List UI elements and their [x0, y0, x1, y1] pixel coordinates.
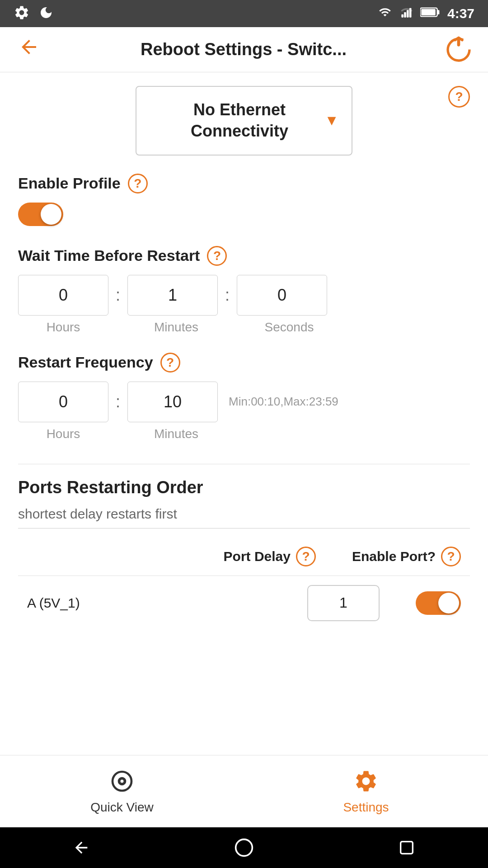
time-separator-2: :: [218, 286, 237, 305]
quick-view-label: Quick View: [90, 800, 154, 815]
svg-point-11: [121, 779, 124, 783]
port-delay-input[interactable]: 1: [307, 585, 380, 621]
main-content: No Ethernet Connectivity ▼ ? Enable Prof…: [0, 72, 488, 755]
time-separator-1: :: [108, 286, 127, 305]
svg-rect-3: [409, 8, 412, 17]
android-home-button[interactable]: [233, 836, 255, 859]
table-header: Port Delay ? Enable Port? ?: [18, 547, 470, 566]
settings-label: Settings: [343, 800, 389, 815]
port-delay-header: Port Delay ?: [224, 547, 316, 566]
port-toggle-knob: [438, 593, 459, 613]
back-button[interactable]: [14, 32, 44, 67]
enable-profile-toggle-row: [18, 203, 470, 228]
wait-hours-input[interactable]: 0: [18, 275, 108, 316]
toggle-knob: [41, 204, 61, 225]
freq-hint: Min:00:10,Max:23:59: [229, 395, 338, 409]
freq-minutes-label: Minutes: [131, 427, 221, 441]
ethernet-dropdown[interactable]: No Ethernet Connectivity ▼: [136, 86, 352, 156]
enable-port-header: Enable Port? ?: [352, 547, 461, 566]
quick-view-icon: [109, 769, 135, 796]
time-display: 4:37: [447, 6, 474, 21]
restart-freq-fields: 0 : 10 Min:00:10,Max:23:59: [18, 382, 470, 422]
wait-time-label-row: Wait Time Before Restart ?: [18, 246, 470, 266]
svg-rect-6: [437, 10, 440, 14]
settings-icon: [353, 769, 379, 796]
restart-freq-label: Restart Frequency: [18, 354, 153, 371]
app-bar: Reboot Settings - Switc...: [0, 27, 488, 72]
svg-point-12: [236, 840, 253, 856]
restart-freq-help-icon[interactable]: ?: [160, 353, 180, 373]
android-nav-bar: [0, 827, 488, 868]
wait-minutes-label: Minutes: [131, 320, 221, 335]
enable-profile-help-icon[interactable]: ?: [128, 174, 148, 193]
wait-minutes-input[interactable]: 1: [127, 275, 218, 316]
gear-icon-status: [14, 5, 30, 23]
enable-profile-label: Enable Profile: [18, 175, 121, 192]
svg-rect-5: [421, 9, 435, 15]
wait-seconds-input[interactable]: 0: [237, 275, 327, 316]
wait-time-label: Wait Time Before Restart: [18, 247, 200, 264]
ports-order-title: Ports Restarting Order: [18, 478, 470, 497]
ports-order-dropdown[interactable]: shortest delay restarts first: [18, 506, 470, 528]
bottom-nav: Quick View Settings: [0, 755, 488, 827]
freq-labels: Hours Minutes: [18, 427, 470, 441]
restart-freq-label-row: Restart Frequency ?: [18, 353, 470, 373]
svg-rect-13: [401, 842, 413, 854]
svg-rect-2: [407, 10, 409, 17]
android-recents-button[interactable]: [395, 836, 418, 859]
port-delay-help-icon[interactable]: ?: [296, 547, 316, 566]
dropdown-help-icon[interactable]: ?: [448, 86, 470, 108]
signal-icon: [400, 6, 413, 22]
freq-hours-input[interactable]: 0: [18, 382, 108, 422]
enable-profile-toggle[interactable]: [18, 203, 63, 226]
dropdown-section: No Ethernet Connectivity ▼ ?: [18, 86, 470, 156]
freq-separator: :: [108, 392, 127, 411]
port-row: A (5V_1) 1: [18, 576, 470, 630]
wait-time-fields: 0 : 1 : 0: [18, 275, 470, 316]
dropdown-arrow-icon: ▼: [324, 111, 339, 130]
status-bar: 4:37: [0, 0, 488, 27]
divider-1: [18, 464, 470, 464]
wait-time-labels: Hours Minutes Seconds: [18, 320, 470, 335]
nav-item-settings[interactable]: Settings: [244, 769, 488, 815]
battery-icon: [420, 6, 440, 22]
enable-profile-label-row: Enable Profile ?: [18, 174, 470, 193]
freq-minutes-input[interactable]: 10: [127, 382, 218, 422]
svg-rect-1: [404, 12, 406, 18]
reboot-button[interactable]: [443, 34, 474, 66]
port-name: A (5V_1): [27, 595, 307, 611]
port-enable-toggle[interactable]: [416, 591, 461, 615]
page-title: Reboot Settings - Switc...: [44, 40, 443, 59]
freq-hours-label: Hours: [18, 427, 108, 441]
enable-port-help-icon[interactable]: ?: [441, 547, 461, 566]
android-back-button[interactable]: [70, 836, 93, 859]
dropdown-selected-value: No Ethernet Connectivity: [191, 100, 288, 140]
wait-hours-label: Hours: [18, 320, 108, 335]
wait-time-help-icon[interactable]: ?: [207, 246, 227, 266]
wifi-icon: [377, 6, 393, 22]
nav-item-quick-view[interactable]: Quick View: [0, 769, 244, 815]
moon-icon: [39, 5, 53, 22]
wait-seconds-label: Seconds: [244, 320, 334, 335]
svg-rect-0: [401, 14, 404, 17]
